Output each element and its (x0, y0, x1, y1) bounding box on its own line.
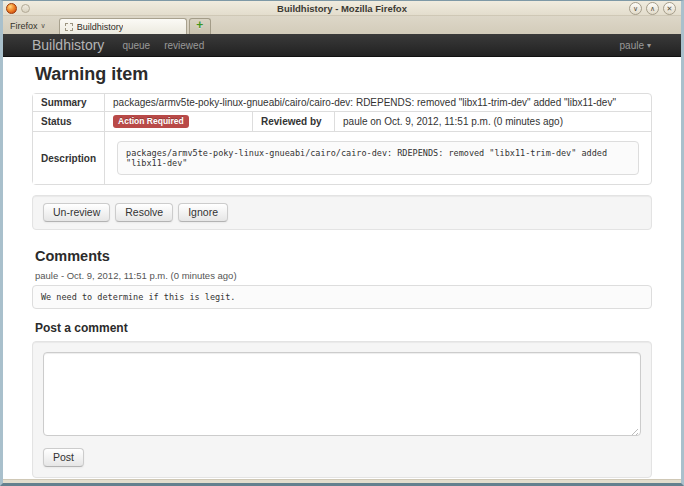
post-button[interactable]: Post (43, 448, 84, 467)
close-icon[interactable]: ✕ (663, 2, 676, 15)
post-comment-heading: Post a comment (35, 321, 652, 335)
comments-heading: Comments (35, 248, 652, 264)
comment-input[interactable] (43, 352, 641, 436)
reviewed-by-value: paule on Oct. 9, 2012, 11:51 p.m. (0 min… (334, 111, 651, 131)
comment-meta: paule - Oct. 9, 2012, 11:51 p.m. (0 minu… (35, 270, 652, 281)
window-titlebar: Buildhistory - Mozilla Firefox ∨ ∧ ✕ (3, 1, 681, 16)
status-label: Status (33, 111, 104, 131)
caret-down-icon: ▾ (647, 41, 651, 50)
summary-label: Summary (33, 94, 104, 111)
warning-details-table: Summary packages/armv5te-poky-linux-gnue… (32, 93, 652, 185)
reviewed-by-label: Reviewed by (252, 111, 334, 131)
firefox-menu-button[interactable]: Firefox ∨ (7, 21, 51, 34)
ignore-button[interactable]: Ignore (178, 203, 228, 222)
minimize-icon[interactable]: ∨ (629, 2, 642, 15)
table-row-status: Status Action Required Reviewed by paule… (33, 111, 651, 131)
status-value-cell: Action Required (104, 111, 252, 131)
description-label: Description (33, 131, 104, 184)
tab-title: Buildhistory (77, 22, 124, 32)
app-navbar: Buildhistory queue reviewed paule ▾ (3, 34, 681, 57)
window-bottom-edge (3, 479, 681, 483)
resolve-button[interactable]: Resolve (115, 203, 173, 222)
maximize-icon[interactable]: ∧ (646, 2, 659, 15)
favicon-placeholder-icon (65, 23, 73, 31)
nav-link-queue[interactable]: queue (122, 40, 150, 51)
window-controls: ∨ ∧ ✕ (629, 2, 676, 15)
firefox-menu-label: Firefox (10, 21, 38, 31)
table-row-description: Description packages/armv5te-poky-linux-… (33, 131, 651, 184)
navbar-brand[interactable]: Buildhistory (32, 37, 104, 53)
page-content: Warning item Summary packages/armv5te-po… (3, 57, 681, 479)
user-name: paule (620, 40, 644, 51)
comment-item: paule - Oct. 9, 2012, 11:51 p.m. (0 minu… (32, 270, 652, 309)
status-badge: Action Required (113, 115, 189, 128)
tab-buildhistory[interactable]: Buildhistory (59, 18, 187, 34)
comment-text: We need to determine if this is legit. (32, 285, 652, 309)
nav-link-reviewed[interactable]: reviewed (164, 40, 204, 51)
summary-value: packages/armv5te-poky-linux-gnueabi/cair… (104, 94, 651, 111)
window-title: Buildhistory - Mozilla Firefox (3, 3, 681, 14)
chevron-down-icon: ∨ (41, 22, 46, 30)
new-tab-button[interactable]: + (189, 18, 211, 34)
description-value-cell: packages/armv5te-poky-linux-gnueabi/cair… (104, 131, 651, 184)
tab-strip: Firefox ∨ Buildhistory + (3, 16, 681, 34)
post-comment-panel: Post (32, 341, 652, 478)
description-code: packages/armv5te-poky-linux-gnueabi/cair… (117, 141, 639, 175)
actions-panel: Un-review Resolve Ignore (32, 195, 652, 230)
browser-window: Buildhistory - Mozilla Firefox ∨ ∧ ✕ Fir… (0, 0, 684, 486)
table-row-summary: Summary packages/armv5te-poky-linux-gnue… (33, 94, 651, 111)
page-title: Warning item (35, 64, 652, 85)
user-dropdown[interactable]: paule ▾ (620, 40, 651, 51)
unreview-button[interactable]: Un-review (43, 203, 110, 222)
